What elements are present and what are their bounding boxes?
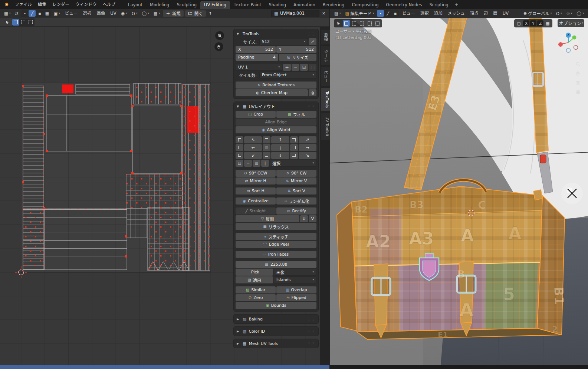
mode-dropdown[interactable]: ▧編集モード▾ [343, 10, 376, 17]
sort-h-button[interactable]: ⇉Sort H [236, 187, 276, 195]
select-extend-button[interactable] [20, 19, 27, 26]
fill-button[interactable]: ▩フィル [276, 111, 316, 118]
baking-panel-header[interactable]: ▶ ▨ Baking ⋮⋮ [235, 315, 317, 323]
mirror-h-button[interactable]: ⇄Mirror H [236, 177, 276, 184]
pivot-point-dropdown[interactable]: ◉▾ [119, 10, 129, 17]
transform-orientation-dropdown[interactable]: ⊕グローバル▾ [522, 10, 554, 17]
navigation-gizmo[interactable]: Z [558, 32, 579, 53]
workspace-tab-uv-editing[interactable]: UV Editing [200, 1, 230, 9]
align-shape-bottomright-button[interactable] [290, 152, 298, 159]
mirror-x-toggle[interactable]: X [523, 20, 529, 26]
distribute-h-button[interactable]: ▤ [236, 160, 243, 167]
unwrap-button[interactable]: ▽展開 [236, 215, 299, 222]
uv-menu-view[interactable]: ビュー [63, 10, 80, 17]
sidebar-tab-view[interactable]: ビュー [321, 67, 330, 86]
workspace-tab-shading[interactable]: Shading [265, 1, 290, 9]
mesh-select-mode-edge[interactable]: ╱ [384, 10, 391, 17]
viewport-render[interactable]: A2 A3 A A B2 B3 C B A 5 B1 E1 E3 2 [330, 18, 588, 365]
uv-slot-clear-button[interactable]: ▢ [309, 64, 316, 71]
padding-field[interactable]: Padding4 [236, 54, 278, 61]
pin-icon-button[interactable] [207, 10, 214, 17]
remove-uv-slot-button[interactable]: − [292, 64, 299, 71]
relax-button[interactable]: ▦リラックス [236, 223, 316, 230]
size-dropdown[interactable]: 512▾ [259, 38, 308, 45]
proportional-3d-dropdown[interactable]: ◯▾ [575, 10, 586, 17]
add-uv-slot-button[interactable]: ＋ [283, 64, 291, 71]
sticky-selection-dropdown[interactable]: ▣▾ [52, 10, 62, 17]
viewport-pan-icon[interactable] [575, 71, 581, 76]
resize-button[interactable]: ⊞リサイズ [279, 54, 316, 61]
crop-button[interactable]: ▢Crop [236, 111, 276, 118]
view3d-menu-add[interactable]: 追加 [432, 10, 445, 17]
pan-button[interactable] [214, 42, 224, 51]
align-arrow-topright-button[interactable]: ↗ [299, 136, 316, 143]
texel-apply-mode-dropdown[interactable]: Islands▾ [274, 276, 316, 283]
view3d-menu-view[interactable]: ビュー [400, 10, 417, 17]
tiles-dropdown[interactable]: From Object▾ [259, 72, 316, 79]
sort-v-button[interactable]: ⇊Sort V [276, 187, 316, 195]
viewport-zoom-icon[interactable] [575, 62, 581, 67]
align-arrow-left-button[interactable]: ← [244, 144, 262, 151]
transform-widget-icon[interactable]: ▢ [515, 20, 522, 27]
mirror-y-toggle[interactable]: Y [530, 20, 536, 26]
view3d-menu-uv[interactable]: UV [500, 10, 511, 17]
zoom-button[interactable] [215, 31, 224, 40]
align-arrow-bottomright-button[interactable]: ↘ [299, 152, 316, 159]
image-select-dropdown[interactable]: ▩▾ [152, 10, 162, 17]
rectify-button[interactable]: ▭Rectify [276, 207, 316, 215]
blender-logo-icon[interactable] [2, 1, 10, 8]
options-dropdown[interactable]: オプション ▾ [558, 19, 584, 27]
sidebar-tab-uv-toolkit[interactable]: UV Toolkit [321, 113, 330, 140]
reload-textures-button[interactable]: ↻Reload Textures [236, 82, 316, 89]
select-new-button[interactable] [12, 19, 19, 26]
stitch-button[interactable]: ≈スティッチ [236, 233, 316, 240]
align-edge-button[interactable]: Align Edge [236, 119, 316, 126]
distribute-v-button[interactable]: ▥ [253, 160, 260, 167]
editor-type-button[interactable]: ▦▾ [2, 10, 12, 17]
uvmap-name-field[interactable]: ▦ UVMap.001 [271, 10, 319, 17]
active-tool-tweak-icon[interactable] [335, 20, 342, 27]
size-x-field[interactable]: X512 [236, 46, 276, 53]
align-shape-topright-button[interactable] [290, 136, 298, 143]
viewport-3d[interactable]: A2 A3 A A B2 B3 C B A 5 B1 E1 E3 2 [330, 18, 588, 365]
workspace-tab-modeling[interactable]: Modeling [146, 1, 173, 9]
space-v-button[interactable]: | [261, 160, 269, 167]
texel-density-field[interactable]: ▦2253.88 [236, 261, 316, 268]
uv-select-mode-vertex[interactable]: ∙ [21, 10, 28, 17]
align-world-button[interactable]: ◉Align World [236, 126, 316, 133]
edge-peel-button[interactable]: ⌒Edge Peel [236, 241, 316, 248]
select-difference-button[interactable] [366, 20, 373, 27]
align-arrow-bottom-button[interactable]: ↓ [271, 152, 289, 159]
workspace-tab-layout[interactable]: Layout [124, 1, 146, 9]
menu-file[interactable]: ファイル [12, 0, 35, 9]
workspace-tab-scripting[interactable]: Scripting [426, 1, 452, 9]
select-subtract-button[interactable] [358, 20, 365, 27]
panel-grip-icon[interactable]: ⋮⋮ [307, 104, 315, 109]
mirror-z-toggle[interactable]: Z [537, 20, 543, 26]
workspace-tab-geometry-nodes[interactable]: Geometry Nodes [382, 1, 426, 9]
checker-map-button[interactable]: ◐Checker Map [236, 89, 308, 96]
select-intersect-button[interactable] [374, 20, 381, 27]
mesh-select-mode-vertex[interactable]: ∙ [377, 10, 384, 17]
align-shape-topleft-button[interactable] [236, 136, 243, 143]
active-tool-tweak-icon[interactable] [4, 19, 11, 26]
sidebar-tab-textools[interactable]: TexTools [321, 88, 330, 111]
workspace-tab-texture-paint[interactable]: Texture Paint [230, 1, 265, 9]
align-shape-center-button[interactable] [263, 144, 270, 151]
menu-render[interactable]: レンダー [49, 0, 72, 9]
texel-apply-button[interactable]: ▨適用 [236, 276, 273, 283]
snap-dropdown[interactable]: Ω▾ [130, 10, 139, 17]
view3d-menu-mesh[interactable]: メッシュ [446, 10, 467, 17]
view3d-menu-face[interactable]: 面 [491, 10, 500, 17]
workspace-tab-compositing[interactable]: Compositing [348, 1, 382, 9]
eyedropper-button[interactable] [309, 38, 316, 45]
align-shape-right-button[interactable] [290, 144, 298, 151]
uv-select-mode-edge[interactable]: ╱ [29, 10, 36, 17]
workspace-tab-animation[interactable]: Animation [290, 1, 319, 9]
select-similar-button[interactable]: ▧Similar [236, 286, 276, 293]
align-shape-top-button[interactable] [263, 136, 270, 143]
select-flipped-button[interactable]: ⇋Flipped [276, 294, 316, 301]
uv-menu-select[interactable]: 選択 [81, 10, 93, 17]
uv-menu-uv[interactable]: UV [108, 10, 118, 17]
unwrap-u-button[interactable]: U [300, 215, 308, 222]
